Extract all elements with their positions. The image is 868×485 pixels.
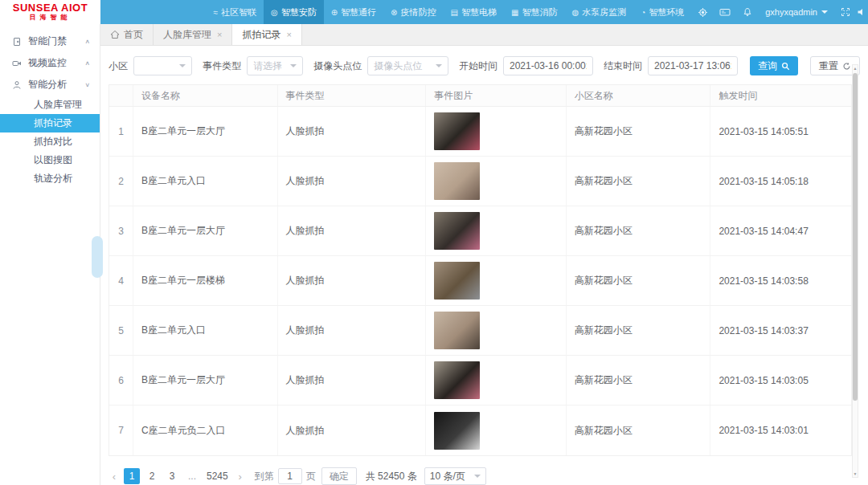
- page-size-value: 10 条/页: [430, 470, 465, 483]
- tab-capture-records[interactable]: 抓拍记录×: [232, 24, 301, 45]
- community-name-cell: 高新花园小区: [567, 157, 711, 206]
- table-row[interactable]: 6B座二单元一层大厅人脸抓拍高新花园小区2021-03-15 14:03:05: [109, 356, 851, 406]
- chevron-up-icon: ∧: [84, 39, 90, 45]
- prev-page-button[interactable]: ‹: [108, 471, 120, 483]
- camera-select-value: 摄像头点位: [374, 59, 422, 73]
- sidebar-group-label: 视频监控: [28, 56, 67, 70]
- scrollbar-thumb[interactable]: [853, 73, 858, 401]
- capture-snapshot-image[interactable]: [434, 162, 480, 200]
- capture-snapshot-image[interactable]: [434, 312, 480, 349]
- event-type-select[interactable]: 请选择: [247, 56, 303, 75]
- sidebar-group-intelligent-analysis[interactable]: 智能分析∨: [0, 74, 100, 96]
- table-row[interactable]: 1B座二单元一层大厅人脸抓拍高新花园小区2021-03-15 14:05:51: [109, 107, 851, 157]
- settings-icon[interactable]: [691, 0, 714, 24]
- nav-item-pump[interactable]: ◍水泵房监测: [564, 0, 633, 24]
- logout-speaker-icon[interactable]: [857, 0, 868, 24]
- device-name-cell: C座二单元负二入口: [133, 406, 278, 455]
- capture-snapshot-image[interactable]: [434, 361, 480, 399]
- fire-icon: ▦: [511, 8, 518, 17]
- fullscreen-icon[interactable]: [834, 0, 857, 24]
- goto-confirm-button[interactable]: 确定: [321, 467, 357, 485]
- device-name-cell: B座二单元一层大厅: [133, 206, 278, 255]
- table-scrollbar[interactable]: ▲ ▼: [852, 64, 858, 478]
- capture-snapshot-image[interactable]: [434, 212, 480, 250]
- event-type-cell: 人脸抓拍: [278, 107, 427, 156]
- sidebar-item-face-library[interactable]: 人脸库管理: [0, 96, 100, 114]
- page-button-2[interactable]: 2: [144, 468, 160, 484]
- device-name-cell: B座二单元一层大厅: [133, 356, 278, 405]
- community-select[interactable]: [133, 56, 192, 75]
- event-type-cell: 人脸抓拍: [278, 256, 427, 305]
- total-count-label: 共 52450 条: [366, 470, 417, 483]
- column-header: 事件类型: [278, 85, 427, 106]
- event-image-cell: [426, 306, 567, 355]
- tab-face-library[interactable]: 人脸库管理×: [154, 24, 232, 45]
- event-type-cell: 人脸抓拍: [278, 356, 427, 405]
- column-header: 触发时间: [710, 85, 851, 106]
- event-type-cell: 人脸抓拍: [278, 406, 427, 455]
- brand-title: SUNSEA AIOT: [13, 2, 88, 14]
- sidebar-group-door-access[interactable]: 智能门禁∧: [0, 31, 100, 52]
- username: gxhyxqadmin: [765, 7, 817, 17]
- sidebar-item-trajectory-analysis[interactable]: 轨迹分析: [0, 169, 100, 188]
- security-icon: ◎: [271, 8, 278, 17]
- sidebar-item-capture-records[interactable]: 抓拍记录: [0, 114, 100, 132]
- close-icon[interactable]: ×: [217, 30, 222, 39]
- nav-item-community[interactable]: ≈社区智联: [206, 0, 264, 24]
- main-layout: 智能门禁∧视频监控∧智能分析∨人脸库管理抓拍记录抓拍对比以图搜图轨迹分析 首页人…: [0, 24, 868, 485]
- nav-item-access[interactable]: ⊕智慧通行: [324, 0, 383, 24]
- community-name-cell: 高新花园小区: [567, 256, 711, 305]
- notification-bell-icon[interactable]: [736, 0, 759, 24]
- capture-snapshot-image[interactable]: [434, 262, 480, 300]
- table-row[interactable]: 2B座二单元入口人脸抓拍高新花园小区2021-03-15 14:05:18: [109, 157, 851, 206]
- table-row[interactable]: 4B座二单元一层楼梯人脸抓拍高新花园小区2021-03-15 14:03:58: [109, 256, 851, 306]
- table-row[interactable]: 7C座二单元负二入口人脸抓拍高新花园小区2021-03-15 14:03:01: [109, 406, 851, 455]
- brand-logo: SUNSEA AIOT 日海智能: [0, 0, 100, 24]
- event-type-filter-label: 事件类型: [203, 59, 241, 73]
- close-icon[interactable]: ×: [286, 30, 291, 39]
- pagination-bar: ‹ 123...5245 › 到第 页 确定 共 52450 条 10 条/页: [100, 462, 868, 485]
- chevron-down-icon: [179, 64, 186, 67]
- page-size-select[interactable]: 10 条/页: [424, 467, 486, 485]
- camera-select[interactable]: 摄像头点位: [367, 56, 448, 75]
- nav-item-label: 水泵房监测: [582, 6, 626, 18]
- chevron-down-icon: [290, 64, 297, 67]
- scroll-up-arrow-icon[interactable]: ▲: [853, 65, 858, 71]
- message-card-icon[interactable]: [714, 0, 736, 24]
- page-button-5245[interactable]: 5245: [204, 468, 231, 484]
- sidebar-collapse-handle[interactable]: [92, 236, 103, 278]
- page-ellipsis: ...: [184, 468, 200, 484]
- sidebar-item-capture-compare[interactable]: 抓拍对比: [0, 132, 100, 151]
- search-icon: [781, 62, 790, 71]
- sidebar-group-video-monitor[interactable]: 视频监控∧: [0, 52, 100, 74]
- goto-page-label: 到第: [255, 470, 274, 483]
- table-row[interactable]: 3B座二单元一层大厅人脸抓拍高新花园小区2021-03-15 14:04:47: [109, 206, 851, 256]
- goto-page-input[interactable]: [278, 468, 302, 484]
- nav-item-elevator[interactable]: ▤智慧电梯: [443, 0, 503, 24]
- community-name-cell: 高新花园小区: [567, 206, 711, 255]
- search-button[interactable]: 查询: [750, 56, 798, 75]
- nav-item-label: 智慧消防: [522, 6, 557, 18]
- row-number: 5: [109, 306, 133, 355]
- page-button-3[interactable]: 3: [164, 468, 180, 484]
- scroll-down-arrow-icon[interactable]: ▼: [853, 471, 858, 477]
- nav-item-security[interactable]: ◎智慧安防: [264, 0, 324, 24]
- user-dropdown[interactable]: gxhyxqadmin: [759, 0, 834, 24]
- capture-snapshot-image[interactable]: [434, 112, 480, 150]
- nav-item-epidemic[interactable]: ⊗疫情防控: [383, 0, 443, 24]
- table-row[interactable]: 5B座二单元入口人脸抓拍高新花园小区2021-03-15 14:03:37: [109, 306, 851, 356]
- nav-item-fire[interactable]: ▦智慧消防: [504, 0, 564, 24]
- tab-home[interactable]: 首页: [100, 24, 154, 45]
- chevron-down-icon: [821, 10, 828, 14]
- trigger-time-cell: 2021-03-15 14:05:18: [710, 157, 851, 206]
- trigger-time-cell: 2021-03-15 14:03:58: [710, 256, 851, 305]
- capture-snapshot-image[interactable]: [434, 412, 480, 450]
- sidebar-item-image-search[interactable]: 以图搜图: [0, 151, 100, 169]
- nav-item-environment[interactable]: ◔智慧环境: [633, 0, 691, 24]
- row-number: 7: [109, 406, 133, 455]
- chevron-down-icon: ∨: [84, 82, 90, 88]
- end-time-input[interactable]: [648, 56, 738, 75]
- next-page-button[interactable]: ›: [235, 471, 246, 483]
- start-time-input[interactable]: [503, 56, 593, 75]
- page-button-1[interactable]: 1: [124, 468, 140, 484]
